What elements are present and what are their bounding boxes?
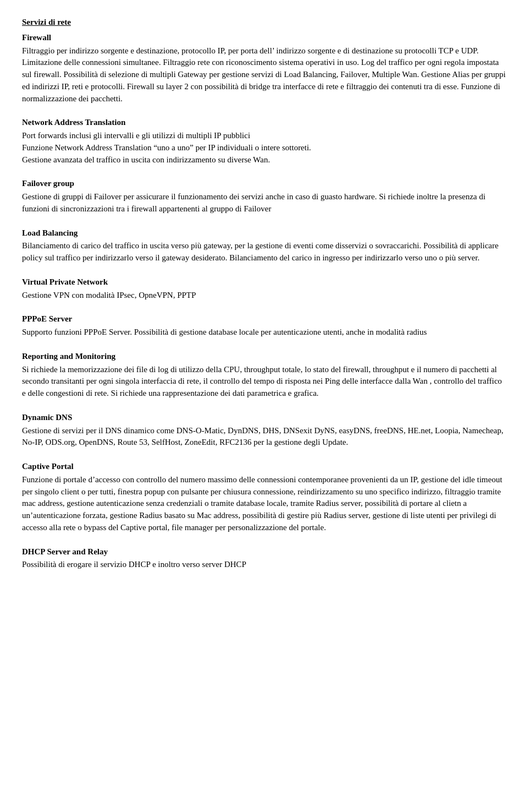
section-body-vpn: Gestione VPN con modalità IPsec, OpneVPN… xyxy=(22,290,506,302)
page-content: Servizi di rete FirewallFiltraggio per i… xyxy=(22,17,506,571)
sections-container: FirewallFiltraggio per indirizzo sorgent… xyxy=(22,32,506,571)
section-title-nat: Network Address Translation xyxy=(22,117,506,129)
section-title-vpn: Virtual Private Network xyxy=(22,276,506,288)
page-heading: Servizi di rete xyxy=(22,17,506,29)
section-title-captive: Captive Portal xyxy=(22,461,506,473)
section-captive: Captive PortalFunzione di portale d’acce… xyxy=(22,461,506,534)
section-title-dhcp: DHCP Server and Relay xyxy=(22,546,506,558)
section-title-pppoe: PPPoE Server xyxy=(22,313,506,325)
section-body-nat: Port forwards inclusi gli intervalli e g… xyxy=(22,130,506,166)
section-body-loadbalancing: Bilanciamento di carico del traffico in … xyxy=(22,240,506,264)
section-pppoe: PPPoE ServerSupporto funzioni PPPoE Serv… xyxy=(22,313,506,339)
section-title-loadbalancing: Load Balancing xyxy=(22,227,506,239)
section-title-ddns: Dynamic DNS xyxy=(22,412,506,424)
section-dhcp: DHCP Server and RelayPossibilità di erog… xyxy=(22,546,506,571)
section-body-pppoe: Supporto funzioni PPPoE Server. Possibil… xyxy=(22,326,506,339)
section-body-captive: Funzione di portale d’accesso con contro… xyxy=(22,474,506,534)
section-body-dhcp: Possibilità di erogare il servizio DHCP … xyxy=(22,559,506,571)
section-body-reporting: Si richiede la memorizzazione dei file d… xyxy=(22,364,506,400)
section-body-ddns: Gestione di servizi per il DNS dinamico … xyxy=(22,425,506,449)
section-body-firewall: Filtraggio per indirizzo sorgente e dest… xyxy=(22,45,506,105)
section-failover: Failover groupGestione di gruppi di Fail… xyxy=(22,178,506,215)
section-vpn: Virtual Private NetworkGestione VPN con … xyxy=(22,276,506,302)
section-title-reporting: Reporting and Monitoring xyxy=(22,351,506,363)
section-body-failover: Gestione di gruppi di Failover per assic… xyxy=(22,191,506,215)
section-nat: Network Address TranslationPort forwards… xyxy=(22,117,506,166)
section-loadbalancing: Load BalancingBilanciamento di carico de… xyxy=(22,227,506,264)
section-ddns: Dynamic DNSGestione di servizi per il DN… xyxy=(22,412,506,449)
section-title-failover: Failover group xyxy=(22,178,506,190)
section-reporting: Reporting and MonitoringSi richiede la m… xyxy=(22,351,506,400)
section-title-firewall: Firewall xyxy=(22,32,506,44)
section-firewall: FirewallFiltraggio per indirizzo sorgent… xyxy=(22,32,506,105)
